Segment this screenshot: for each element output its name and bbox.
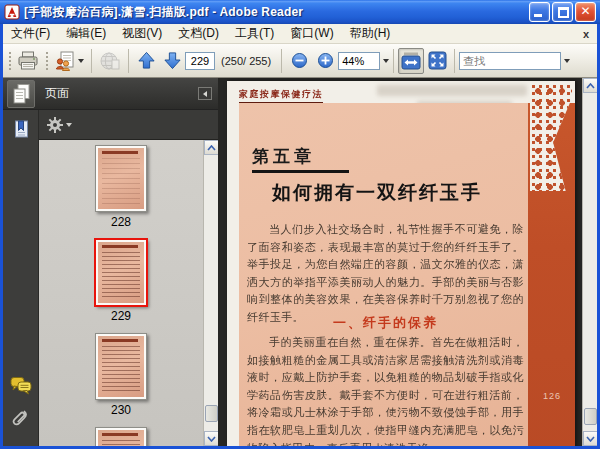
pages-panel: 228 229 230 bbox=[38, 110, 218, 446]
adobe-reader-icon bbox=[4, 4, 20, 20]
adobe-reader-window: [手部按摩治百病].潇雪.扫描版.pdf - Adobe Reader ✕ 文件… bbox=[0, 0, 600, 449]
chevron-down-icon bbox=[78, 59, 84, 63]
web-capture-button bbox=[96, 48, 124, 74]
chevron-up-icon bbox=[207, 145, 216, 151]
arrow-up-icon bbox=[137, 51, 156, 70]
thumbnails-area: 228 229 230 bbox=[39, 140, 218, 446]
toolbar-grip[interactable] bbox=[44, 50, 49, 72]
thumbnail-label: 228 bbox=[111, 215, 131, 229]
book-page-number: 126 bbox=[543, 391, 561, 401]
zoom-level-input[interactable] bbox=[338, 52, 380, 70]
pdf-page: 家庭按摩保健疗法 126 第五章 如何拥有一双纤纤玉手 当人们步入社交场合时，礼… bbox=[227, 81, 575, 446]
scrollbar-thumb[interactable] bbox=[205, 405, 218, 422]
panel-options-button[interactable] bbox=[47, 117, 72, 133]
scroll-down-button[interactable] bbox=[583, 431, 597, 446]
document-viewer: 家庭按摩保健疗法 126 第五章 如何拥有一双纤纤玉手 当人们步入社交场合时，礼… bbox=[218, 78, 597, 446]
plus-circle-icon bbox=[317, 52, 334, 69]
toolbar: (250/ 255) bbox=[3, 44, 597, 78]
menu-document[interactable]: 文档(D) bbox=[170, 23, 227, 44]
page-thumbnail-228[interactable] bbox=[95, 145, 147, 212]
fit-page-icon bbox=[428, 51, 447, 70]
find-dropdown-icon[interactable] bbox=[564, 59, 570, 63]
scanned-content: 126 第五章 如何拥有一双纤纤玉手 当人们步入社交场合时，礼节性握手不可避免，… bbox=[239, 103, 575, 446]
scroll-down-button[interactable] bbox=[204, 431, 218, 446]
scroll-up-button[interactable] bbox=[583, 78, 597, 93]
globe-icon bbox=[99, 51, 121, 71]
scroll-up-button[interactable] bbox=[204, 140, 218, 155]
arrow-down-icon bbox=[163, 51, 182, 70]
zoom-out-button[interactable] bbox=[286, 48, 312, 74]
menu-tools[interactable]: 工具(T) bbox=[227, 23, 282, 44]
chapter-underline bbox=[252, 170, 349, 173]
print-button[interactable] bbox=[14, 48, 42, 74]
page-thumbnail-231[interactable] bbox=[95, 427, 147, 446]
toolbar-separator bbox=[454, 49, 455, 73]
triangle-left-icon bbox=[203, 91, 207, 97]
thumbnail-label: 230 bbox=[111, 403, 131, 417]
printer-icon bbox=[17, 51, 39, 71]
fit-width-icon bbox=[401, 52, 421, 70]
comments-icon bbox=[10, 376, 32, 395]
menu-help[interactable]: 帮助(H) bbox=[342, 23, 399, 44]
viewer-scrollbar[interactable] bbox=[582, 78, 597, 446]
pages-panel-header: 页面 bbox=[3, 78, 218, 110]
bookmarks-panel-button[interactable] bbox=[8, 116, 34, 142]
next-page-button[interactable] bbox=[159, 48, 185, 74]
toolbar-separator bbox=[281, 49, 282, 73]
fit-width-button[interactable] bbox=[398, 48, 424, 74]
comments-panel-button[interactable] bbox=[8, 372, 34, 398]
menu-file[interactable]: 文件(F) bbox=[3, 23, 58, 44]
page-thumbnail-230[interactable] bbox=[95, 333, 147, 400]
collapse-panel-button[interactable] bbox=[198, 87, 212, 100]
chevron-down-icon bbox=[586, 436, 595, 442]
close-document-icon[interactable]: x bbox=[583, 28, 589, 40]
menu-window[interactable]: 窗口(W) bbox=[282, 23, 341, 44]
chapter-label: 第五章 bbox=[252, 145, 315, 168]
chevron-up-icon bbox=[586, 83, 595, 89]
chapter-title: 如何拥有一双纤纤玉手 bbox=[272, 180, 482, 206]
toolbar-separator bbox=[393, 49, 394, 73]
scrollbar-thumb[interactable] bbox=[584, 408, 597, 425]
running-header: 家庭按摩保健疗法 bbox=[239, 88, 323, 104]
zoom-in-button[interactable] bbox=[312, 48, 338, 74]
thumbnails-scrollbar[interactable] bbox=[203, 140, 218, 446]
title-bar: [手部按摩治百病].潇雪.扫描版.pdf - Adobe Reader ✕ bbox=[0, 0, 600, 24]
care-paragraph: 手的美丽重在自然，重在保养。首先在做粗活时，如接触粗糙的金属工具或清洁家居需接触… bbox=[247, 334, 524, 446]
zoom-dropdown-icon[interactable] bbox=[383, 59, 389, 63]
menu-view[interactable]: 视图(V) bbox=[114, 23, 170, 44]
navigation-sidebar: 页面 bbox=[3, 78, 218, 446]
gear-icon bbox=[47, 117, 63, 133]
intro-paragraph: 当人们步入社交场合时，礼节性握手不可避免，除了面容和姿态，表现最丰富的莫过于您的… bbox=[247, 221, 524, 327]
sidebar-rail bbox=[3, 110, 38, 446]
thumbnail-label: 229 bbox=[111, 309, 131, 323]
pages-icon bbox=[11, 83, 31, 105]
toolbar-grip[interactable] bbox=[7, 50, 12, 72]
collaborate-button[interactable] bbox=[51, 48, 87, 74]
panel-options-bar bbox=[39, 110, 218, 140]
fit-page-button[interactable] bbox=[424, 48, 450, 74]
pages-panel-button[interactable] bbox=[7, 80, 35, 108]
chevron-down-icon bbox=[66, 123, 72, 127]
previous-page-button[interactable] bbox=[133, 48, 159, 74]
menu-edit[interactable]: 编辑(E) bbox=[58, 23, 114, 44]
paperclip-icon bbox=[12, 408, 29, 430]
menu-bar: 文件(F) 编辑(E) 视图(V) 文档(D) 工具(T) 窗口(W) 帮助(H… bbox=[3, 24, 597, 44]
close-button[interactable]: ✕ bbox=[575, 2, 596, 22]
minus-circle-icon bbox=[291, 52, 308, 69]
share-document-icon bbox=[54, 51, 75, 71]
toolbar-separator bbox=[91, 49, 92, 73]
page-thumbnail-229-selected[interactable] bbox=[95, 239, 147, 306]
window-title: [手部按摩治百病].潇雪.扫描版.pdf - Adobe Reader bbox=[24, 4, 529, 21]
attachments-panel-button[interactable] bbox=[8, 406, 34, 432]
bookmark-icon bbox=[12, 119, 30, 139]
find-input[interactable] bbox=[459, 52, 561, 70]
page-count-label: (250/ 255) bbox=[221, 55, 271, 67]
chevron-down-icon bbox=[207, 436, 216, 442]
page-number-input[interactable] bbox=[185, 52, 215, 70]
pages-panel-title: 页面 bbox=[45, 85, 69, 102]
section-heading: 一、纤手的保养 bbox=[247, 314, 524, 332]
maximize-button[interactable] bbox=[552, 2, 573, 22]
content-area: 页面 bbox=[3, 78, 597, 446]
minimize-button[interactable] bbox=[529, 2, 550, 22]
toolbar-separator bbox=[128, 49, 129, 73]
